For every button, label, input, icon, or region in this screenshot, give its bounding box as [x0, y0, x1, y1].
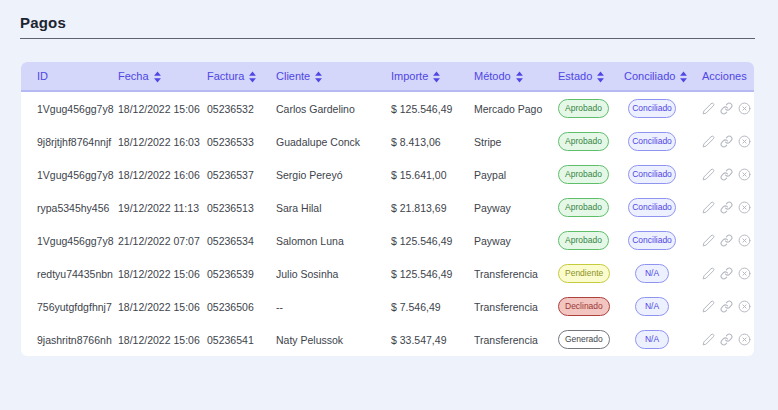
cell-metodo: Stripe [474, 136, 558, 148]
cell-cliente: Sergio Pereyó [276, 169, 391, 181]
edit-button[interactable] [702, 234, 715, 247]
cell-cliente: -- [276, 301, 391, 313]
reconciled-badge: N/A [635, 330, 669, 349]
cancel-button[interactable] [738, 333, 751, 346]
cancel-button[interactable] [738, 234, 751, 247]
client-name: -- [276, 301, 283, 313]
link-icon [720, 300, 733, 313]
cancel-button[interactable] [738, 300, 751, 313]
payment-date: 18/12/2022 15:06 [118, 301, 200, 313]
client-name: Sergio Pereyó [276, 169, 343, 181]
cell-estado: Aprobado [558, 132, 624, 151]
payment-date: 21/12/2022 07:07 [118, 235, 200, 247]
amount: $ 125.546,49 [391, 268, 452, 280]
cell-metodo: Paypal [474, 169, 558, 181]
payment-method: Paypal [474, 169, 506, 181]
edit-button[interactable] [702, 201, 715, 214]
cell-fecha: 18/12/2022 15:06 [118, 103, 207, 115]
link-button[interactable] [720, 201, 733, 214]
cell-cliente: Guadalupe Conck [276, 136, 391, 148]
reconciled-badge: Conciliado [628, 165, 676, 184]
pencil-icon [702, 300, 715, 313]
cell-metodo: Payway [474, 202, 558, 214]
link-button[interactable] [720, 333, 733, 346]
payment-date: 18/12/2022 15:06 [118, 103, 200, 115]
cell-estado: Declinado [558, 297, 624, 316]
cell-importe: $ 125.546,49 [391, 103, 474, 115]
link-button[interactable] [720, 135, 733, 148]
payment-id: 1Vgug456gg7y8 [37, 169, 114, 181]
cell-id: redtyu74435nbn [21, 268, 118, 280]
table-row: 1Vgug456gg7y8 18/12/2022 16:06 05236537 … [21, 158, 754, 191]
edit-button[interactable] [702, 102, 715, 115]
payment-method: Transferencia [474, 334, 538, 346]
client-name: Carlos Gardelino [276, 103, 355, 115]
reconciled-wrap: Conciliado [628, 165, 676, 184]
link-button[interactable] [720, 234, 733, 247]
column-header-metodo[interactable]: Método [474, 70, 558, 83]
invoice-number: 05236539 [207, 268, 254, 280]
cancel-button[interactable] [738, 168, 751, 181]
column-header-fecha[interactable]: Fecha [118, 70, 207, 83]
pencil-icon [702, 234, 715, 247]
cell-conciliado: N/A [624, 330, 702, 349]
invoice-number: 05236537 [207, 169, 254, 181]
link-button[interactable] [720, 102, 733, 115]
edit-button[interactable] [702, 267, 715, 280]
column-label: Importe [391, 70, 428, 82]
column-header-factura[interactable]: Factura [207, 70, 276, 83]
cell-importe: $ 15.641,00 [391, 169, 474, 181]
column-header-cliente[interactable]: Cliente [276, 70, 391, 83]
link-icon [720, 201, 733, 214]
cell-metodo: Payway [474, 235, 558, 247]
column-header-conciliado[interactable]: Conciliado [624, 70, 702, 83]
cancel-button[interactable] [738, 267, 751, 280]
edit-button[interactable] [702, 333, 715, 346]
reconciled-wrap: N/A [628, 330, 676, 349]
cell-estado: Aprobado [558, 99, 624, 118]
cell-cliente: Salomon Luna [276, 235, 391, 247]
payment-method: Transferencia [474, 301, 538, 313]
cell-fecha: 18/12/2022 15:06 [118, 268, 207, 280]
column-header-importe[interactable]: Importe [391, 70, 474, 83]
title-divider [20, 38, 755, 39]
payment-id: 1Vgug456gg7y8 [37, 235, 114, 247]
cell-metodo: Transferencia [474, 301, 558, 313]
cell-fecha: 18/12/2022 15:06 [118, 334, 207, 346]
cell-metodo: Transferencia [474, 334, 558, 346]
link-button[interactable] [720, 300, 733, 313]
reconciled-wrap: Conciliado [628, 99, 676, 118]
cell-cliente: Sara Hilal [276, 202, 391, 214]
link-icon [720, 102, 733, 115]
cell-fecha: 18/12/2022 15:06 [118, 301, 207, 313]
cell-actions [702, 102, 754, 115]
cell-actions [702, 267, 754, 280]
page-title: Pagos [20, 14, 778, 31]
cell-importe: $ 8.413,06 [391, 136, 474, 148]
cell-fecha: 21/12/2022 07:07 [118, 235, 207, 247]
link-button[interactable] [720, 267, 733, 280]
cancel-button[interactable] [738, 102, 751, 115]
edit-button[interactable] [702, 135, 715, 148]
table-row: rypa5345hy456 19/12/2022 11:13 05236513 … [21, 191, 754, 224]
status-badge: Aprobado [558, 165, 609, 184]
column-header-estado[interactable]: Estado [558, 70, 624, 83]
reconciled-badge: Conciliado [628, 132, 676, 151]
reconciled-wrap: Conciliado [628, 198, 676, 217]
link-button[interactable] [720, 168, 733, 181]
table-row: redtyu74435nbn 18/12/2022 15:06 05236539… [21, 257, 754, 290]
payment-method: Transferencia [474, 268, 538, 280]
cancel-circle-icon [738, 234, 751, 247]
cancel-circle-icon [738, 135, 751, 148]
cancel-circle-icon [738, 333, 751, 346]
edit-button[interactable] [702, 300, 715, 313]
reconciled-wrap: Conciliado [628, 231, 676, 250]
cancel-button[interactable] [738, 201, 751, 214]
client-name: Naty Pelussok [276, 334, 343, 346]
status-badge: Aprobado [558, 132, 609, 151]
edit-button[interactable] [702, 168, 715, 181]
cancel-button[interactable] [738, 135, 751, 148]
cancel-circle-icon [738, 300, 751, 313]
amount: $ 125.546,49 [391, 103, 452, 115]
cell-estado: Aprobado [558, 231, 624, 250]
